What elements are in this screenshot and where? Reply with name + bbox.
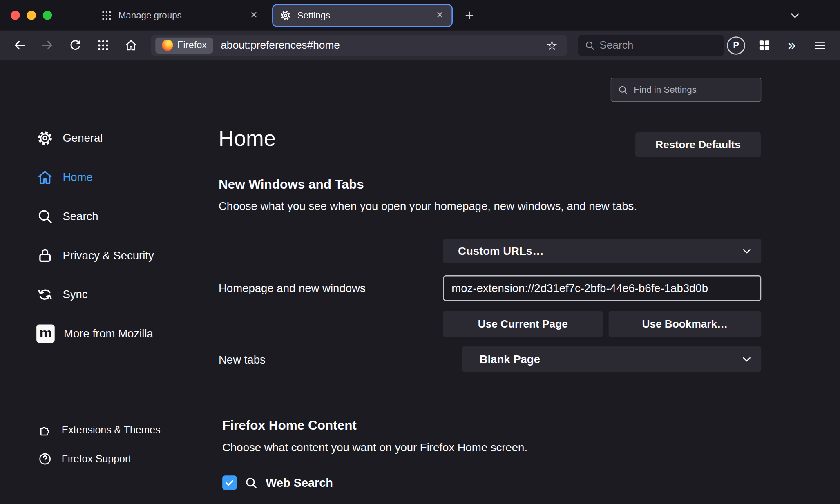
profile-avatar[interactable]: P — [724, 33, 748, 57]
sidebar-item-search[interactable]: Search — [0, 205, 209, 228]
url-input[interactable] — [213, 39, 543, 51]
sync-icon — [36, 286, 54, 303]
search-icon — [244, 476, 258, 490]
zoom-window-button[interactable] — [43, 11, 52, 20]
sidebar-item-home[interactable]: Home — [0, 165, 209, 189]
chevron-down-icon — [741, 353, 753, 365]
reload-button[interactable] — [63, 33, 87, 57]
web-search-label: Web Search — [266, 476, 333, 490]
identity-label: Firefox — [177, 40, 207, 51]
bookmark-star-icon[interactable]: ☆ — [543, 38, 563, 53]
grid-dots-icon — [101, 9, 113, 21]
all-tabs-chevron-icon[interactable] — [784, 9, 806, 21]
sidebar-footer: Extensions & Themes Firefox Support — [0, 419, 209, 477]
close-tab-icon[interactable]: × — [246, 8, 261, 23]
identity-chip[interactable]: Firefox — [155, 37, 213, 53]
search-icon — [36, 208, 54, 225]
back-button[interactable] — [7, 33, 31, 57]
new-tabs-select[interactable]: Blank Page — [462, 346, 761, 372]
section-title-new-windows-tabs: New Windows and Tabs — [219, 177, 364, 192]
toolbar-search[interactable] — [578, 35, 724, 56]
sidebar-item-label: More from Mozilla — [64, 327, 153, 340]
homepage-select-value: Custom URLs… — [458, 245, 544, 257]
homepage-select[interactable]: Custom URLs… — [443, 239, 761, 263]
help-circle-icon — [38, 452, 52, 466]
settings-sidebar: General Home Search Priva — [0, 126, 209, 361]
titlebar: Manage groups × Settings × + — [0, 0, 840, 31]
homepage-url-input[interactable] — [443, 275, 761, 301]
use-current-page-button[interactable]: Use Current Page — [443, 311, 603, 337]
profile-initial: P — [727, 36, 745, 55]
new-tabs-select-value: Blank Page — [480, 352, 540, 365]
close-tab-icon[interactable]: × — [432, 8, 447, 23]
checkmark-icon — [224, 478, 235, 488]
squares-icon-button[interactable] — [752, 33, 776, 57]
settings-page: General Home Search Priva — [0, 60, 840, 504]
sidebar-item-general[interactable]: General — [0, 126, 209, 150]
new-tabs-label: New tabs — [219, 353, 266, 366]
home-icon — [36, 169, 54, 186]
home-settings-panel: Home Restore Defaults New Windows and Ta… — [219, 60, 761, 504]
section-description: Choose what content you want on your Fir… — [222, 441, 527, 454]
sidebar-item-label: Firefox Support — [62, 453, 131, 465]
section-description: Choose what you see when you open your h… — [219, 200, 637, 212]
gear-icon — [36, 129, 54, 147]
apps-grid-button[interactable] — [91, 33, 115, 57]
sidebar-item-more-from-mozilla[interactable]: m More from Mozilla — [0, 322, 209, 346]
tab-manage-groups[interactable]: Manage groups × — [94, 4, 266, 27]
restore-defaults-button[interactable]: Restore Defaults — [635, 132, 761, 157]
toolbar-search-input[interactable] — [599, 39, 718, 51]
sidebar-item-label: Search — [63, 210, 98, 223]
section-title-firefox-home-content: Firefox Home Content — [222, 418, 357, 433]
firefox-logo-icon — [162, 40, 173, 51]
use-bookmark-button[interactable]: Use Bookmark… — [609, 311, 762, 337]
menu-button[interactable] — [808, 33, 831, 57]
close-window-button[interactable] — [11, 11, 20, 20]
sidebar-item-label: Sync — [63, 288, 87, 301]
sidebar-item-sync[interactable]: Sync — [0, 283, 209, 306]
page-title: Home — [219, 126, 276, 150]
minimize-window-button[interactable] — [27, 11, 36, 20]
tab-label: Manage groups — [118, 10, 246, 20]
tab-label: Settings — [297, 10, 432, 20]
chevron-down-icon — [741, 245, 753, 257]
new-tab-button[interactable]: + — [460, 7, 478, 24]
hamburger-icon — [813, 38, 827, 52]
overflow-chevrons-icon: » — [788, 37, 795, 53]
puzzle-icon — [38, 423, 52, 437]
sidebar-item-label: General — [63, 132, 103, 145]
search-icon — [585, 40, 595, 51]
sidebar-item-label: Home — [63, 171, 92, 183]
home-button[interactable] — [119, 33, 143, 57]
sidebar-item-extensions-themes[interactable]: Extensions & Themes — [0, 419, 209, 441]
sidebar-item-privacy-security[interactable]: Privacy & Security — [0, 244, 209, 268]
sidebar-item-label: Extensions & Themes — [62, 424, 161, 436]
mozilla-m-icon: m — [36, 325, 55, 343]
navigation-toolbar: Firefox ☆ P » — [0, 31, 840, 60]
lock-icon — [36, 247, 54, 264]
sidebar-item-firefox-support[interactable]: Firefox Support — [0, 448, 209, 469]
url-bar[interactable]: Firefox ☆ — [151, 35, 567, 56]
window-controls — [0, 11, 94, 20]
gear-icon — [279, 9, 291, 21]
tab-settings[interactable]: Settings × — [272, 4, 453, 27]
web-search-checkbox[interactable] — [222, 475, 237, 490]
web-search-row: Web Search — [222, 475, 333, 490]
overflow-chevrons-button[interactable]: » — [780, 33, 804, 57]
forward-button[interactable] — [36, 33, 59, 57]
firefox-window: Manage groups × Settings × + — [0, 0, 840, 504]
sidebar-item-label: Privacy & Security — [63, 249, 154, 262]
homepage-label: Homepage and new windows — [219, 282, 366, 294]
